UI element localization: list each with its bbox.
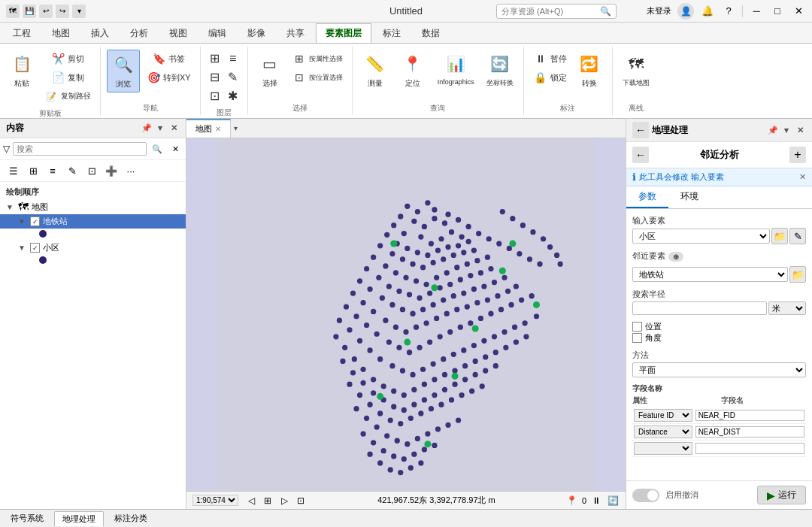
pan-left-icon[interactable]: ◁ [244, 494, 258, 507]
field-attr-select-2[interactable]: Distance [634, 426, 692, 438]
gp-tab-env[interactable]: 环境 [668, 186, 710, 208]
gp-tab-params[interactable]: 参数 [626, 186, 668, 208]
map-tab[interactable]: 地图 ✕ [186, 119, 231, 138]
bottom-tab-label-class[interactable]: 标注分类 [107, 511, 155, 525]
pan-right-icon[interactable]: ▷ [277, 494, 291, 507]
select-by-loc-button[interactable]: ⊡ 按位置选择 [289, 68, 346, 86]
tree-item-zone[interactable]: ▼ ✓ 小区 [0, 241, 186, 255]
layer-btn-1[interactable]: ⊞ [207, 50, 223, 67]
layer-btn-3[interactable]: ⊟ [207, 68, 223, 86]
content-search-close[interactable]: ✕ [168, 141, 183, 156]
select-button[interactable]: ▭ 选择 [254, 50, 286, 91]
field-attr-select-1[interactable]: Feature ID [634, 409, 692, 422]
gp-close-icon[interactable]: ✕ [794, 124, 806, 136]
infographics-button[interactable]: 📊 Infographics [434, 50, 478, 88]
tool-add[interactable]: ➕ [102, 162, 120, 179]
zone-check[interactable]: ✓ [30, 243, 40, 253]
close-button[interactable]: ✕ [791, 4, 806, 19]
convert-button[interactable]: 🔁 转换 [573, 50, 606, 91]
pause-button[interactable]: ⏸ 暂停 [530, 50, 570, 68]
global-search[interactable]: 🔍 [496, 4, 617, 19]
gp-menu-icon[interactable]: ▾ [780, 124, 792, 136]
layer-btn-2[interactable]: ≡ [225, 50, 241, 67]
bottom-tab-symbols[interactable]: 符号系统 [3, 511, 51, 525]
locate-button[interactable]: 📍 定位 [396, 50, 429, 91]
map-tab-arrow-icon[interactable]: ▾ [234, 124, 238, 132]
pan-extra-icon[interactable]: ⊡ [294, 494, 308, 507]
tab-map[interactable]: 地图 [42, 23, 80, 43]
tab-feature-layer[interactable]: 要素图层 [316, 23, 371, 43]
save-icon[interactable]: 💾 [23, 5, 36, 18]
select-by-attr-button[interactable]: ⊞ 按属性选择 [289, 50, 346, 68]
gp-info-close-button[interactable]: ✕ [799, 172, 806, 182]
input-features-edit-icon[interactable]: ✎ [789, 228, 806, 244]
location-checkbox[interactable] [632, 322, 642, 332]
tab-analysis[interactable]: 分析 [120, 23, 158, 43]
method-select[interactable]: 平面 [632, 362, 806, 377]
search-radius-unit[interactable]: 米 [768, 301, 806, 315]
pan-grid-icon[interactable]: ⊞ [261, 494, 274, 507]
left-panel-menu-icon[interactable]: ▾ [154, 123, 166, 135]
copy-path-button[interactable]: 📝 复制路径 [41, 87, 94, 105]
gp-back-button[interactable]: ← [632, 122, 649, 138]
goto-xy-button[interactable]: 🎯 转到XY [143, 68, 194, 86]
tab-data[interactable]: 数据 [412, 23, 450, 43]
field-name-input-2[interactable] [695, 426, 804, 438]
near-features-select[interactable]: 地铁站 [632, 267, 788, 282]
tool-grid[interactable]: ⊡ [83, 162, 101, 179]
tool-filter[interactable]: ☰ [5, 162, 23, 179]
minimize-button[interactable]: ─ [749, 4, 764, 19]
gp-add-button[interactable]: + [789, 147, 806, 163]
layer-btn-5[interactable]: ⊡ [207, 87, 223, 104]
subway-check[interactable]: ✓ [30, 217, 40, 226]
tab-imagery[interactable]: 影像 [238, 23, 275, 43]
dropdown-icon[interactable]: ▾ [72, 5, 86, 18]
undo-toggle[interactable] [632, 489, 659, 502]
map-canvas[interactable] [186, 138, 626, 491]
near-features-badge[interactable]: ⊕ [668, 252, 683, 262]
scale-select[interactable]: 1:90,574 [192, 495, 238, 506]
tab-insert[interactable]: 插入 [81, 23, 119, 43]
field-name-input-1[interactable] [695, 410, 804, 421]
left-panel-close-icon[interactable]: ✕ [168, 123, 180, 135]
maximize-button[interactable]: □ [770, 4, 785, 19]
layer-btn-6[interactable]: ✱ [225, 87, 241, 104]
gp-pin-icon[interactable]: 📌 [767, 124, 779, 136]
coord-transform-button[interactable]: 🔄 坐标转换 [483, 50, 517, 90]
redo-icon[interactable]: ↪ [56, 5, 69, 18]
user-avatar[interactable]: 👤 [677, 3, 694, 20]
tool-table[interactable]: ⊞ [24, 162, 42, 179]
tab-share[interactable]: 共享 [277, 23, 314, 43]
field-name-input-3[interactable] [695, 443, 804, 454]
tool-edit[interactable]: ✎ [63, 162, 81, 179]
status-gps-icon[interactable]: 📍 [565, 494, 579, 507]
bookmark-button[interactable]: 🔖 书签 [143, 50, 194, 68]
tab-project[interactable]: 工程 [3, 23, 41, 43]
left-panel-pin-icon[interactable]: 📌 [141, 123, 153, 135]
tree-item-map[interactable]: ▼ 🗺 地图 [0, 199, 186, 214]
input-features-folder-icon[interactable]: 📁 [771, 228, 788, 244]
help-icon[interactable]: ? [721, 4, 736, 19]
input-features-select[interactable]: 小区 [632, 229, 770, 244]
status-refresh-icon[interactable]: 🔄 [606, 494, 620, 507]
tool-more[interactable]: ··· [122, 162, 140, 179]
gp-tool-back-button[interactable]: ← [632, 147, 649, 163]
global-search-input[interactable] [501, 7, 600, 16]
tab-edit[interactable]: 编辑 [198, 23, 236, 43]
tool-layers[interactable]: ≡ [44, 162, 62, 179]
search-radius-input[interactable] [632, 301, 767, 315]
layer-btn-4[interactable]: ✎ [225, 68, 241, 86]
content-search-input[interactable] [13, 142, 147, 156]
bottom-tab-geoprocessing[interactable]: 地理处理 [54, 511, 104, 526]
measure-button[interactable]: 📏 测量 [359, 50, 392, 91]
lock-button[interactable]: 🔒 锁定 [530, 68, 570, 86]
tab-view[interactable]: 视图 [159, 23, 197, 43]
run-button[interactable]: ▶ 运行 [757, 486, 806, 504]
angle-checkbox[interactable] [632, 333, 642, 343]
scale-selector[interactable]: 1:90,574 [192, 495, 238, 506]
cut-button[interactable]: ✂️ 剪切 [41, 50, 94, 68]
content-search-button[interactable]: 🔍 [150, 141, 165, 156]
download-map-button[interactable]: 🗺 下载地图 [619, 50, 653, 90]
map-tab-close-icon[interactable]: ✕ [215, 125, 221, 133]
undo-icon[interactable]: ↩ [39, 5, 53, 18]
